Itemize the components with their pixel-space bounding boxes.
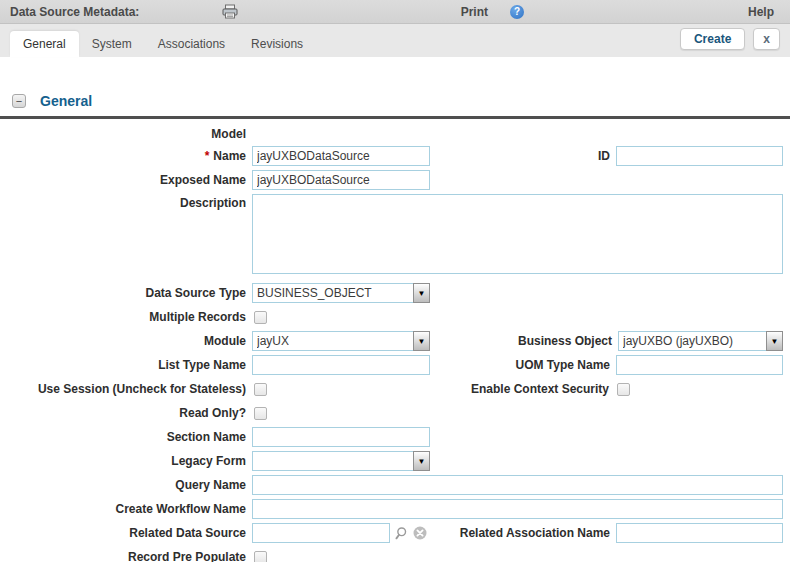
query-name-input[interactable] — [252, 475, 783, 495]
uom-type-name-input[interactable] — [616, 355, 783, 375]
related-association-name-input[interactable] — [616, 523, 783, 543]
required-marker: * — [205, 149, 210, 163]
module-select[interactable]: jayUX ▼ — [252, 331, 430, 351]
collapse-section-button[interactable]: − — [12, 94, 26, 108]
create-button[interactable]: Create — [680, 28, 745, 50]
module-label: Module — [0, 334, 246, 348]
section-name-label: Section Name — [0, 430, 246, 444]
chevron-down-icon: ▼ — [413, 283, 430, 303]
query-name-row: Query Name — [0, 475, 790, 495]
read-only-row: Read Only? — [0, 403, 790, 423]
close-button[interactable]: x — [753, 28, 780, 50]
enable-context-security-checkbox[interactable] — [617, 383, 630, 396]
section-name-input[interactable] — [252, 427, 430, 447]
description-row: Description — [0, 194, 790, 274]
legacy-form-label: Legacy Form — [0, 454, 246, 468]
chevron-down-icon: ▼ — [413, 451, 430, 471]
lookup-button[interactable] — [394, 526, 409, 541]
tab-revisions[interactable]: Revisions — [238, 31, 316, 57]
create-workflow-name-row: Create Workflow Name — [0, 499, 790, 519]
use-session-row: Use Session (Uncheck for Stateless) Enab… — [0, 379, 790, 399]
description-textarea[interactable] — [252, 194, 783, 274]
list-type-name-row: List Type Name UOM Type Name — [0, 355, 790, 375]
help-icon: ? — [510, 5, 524, 19]
multiple-records-row: Multiple Records — [0, 307, 790, 327]
use-session-label: Use Session (Uncheck for Stateless) — [0, 382, 246, 396]
exposed-name-input[interactable] — [252, 170, 430, 190]
record-pre-populate-checkbox[interactable] — [254, 551, 267, 562]
description-label: Description — [0, 196, 246, 210]
business-object-select[interactable]: jayUXBO (jayUXBO) ▼ — [618, 331, 783, 351]
tab-general[interactable]: General — [10, 31, 79, 57]
list-type-name-input[interactable] — [252, 355, 430, 375]
name-row: *Name ID — [0, 146, 790, 166]
model-label: Model — [0, 127, 246, 141]
page-title: Data Source Metadata: — [10, 5, 139, 19]
module-row: Module jayUX ▼ Business Object jayUXBO (… — [0, 331, 790, 351]
related-data-source-label: Related Data Source — [0, 526, 246, 540]
print-icon — [222, 4, 238, 19]
model-row: Model — [0, 126, 790, 142]
print-button[interactable]: Print — [222, 4, 494, 19]
tab-system[interactable]: System — [79, 31, 145, 57]
clear-button[interactable] — [413, 526, 427, 540]
exposed-name-label: Exposed Name — [0, 173, 246, 187]
uom-type-name-label: UOM Type Name — [516, 358, 610, 372]
legacy-form-row: Legacy Form ▼ — [0, 451, 790, 471]
use-session-checkbox[interactable] — [254, 383, 267, 396]
data-source-type-row: Data Source Type BUSINESS_OBJECT ▼ — [0, 283, 790, 303]
close-circle-icon — [413, 526, 427, 540]
multiple-records-label: Multiple Records — [0, 310, 246, 324]
related-association-name-label: Related Association Name — [460, 526, 610, 540]
read-only-label: Read Only? — [0, 406, 246, 420]
section-header: − General — [12, 93, 790, 109]
data-source-type-select[interactable]: BUSINESS_OBJECT ▼ — [252, 283, 430, 303]
title-bar: Data Source Metadata: Print ? Help — [0, 0, 790, 24]
id-label: ID — [598, 149, 610, 163]
multiple-records-checkbox[interactable] — [254, 311, 267, 324]
business-object-label: Business Object — [518, 334, 612, 348]
data-source-type-label: Data Source Type — [0, 286, 246, 300]
record-pre-populate-row: Record Pre Populate — [0, 547, 790, 562]
section-title: General — [40, 93, 92, 109]
section-divider — [0, 116, 790, 119]
exposed-name-row: Exposed Name — [0, 170, 790, 190]
chevron-down-icon: ▼ — [413, 331, 430, 351]
enable-context-security-label: Enable Context Security — [471, 382, 609, 396]
tab-bar: General System Associations Revisions Cr… — [0, 24, 790, 57]
id-input[interactable] — [616, 146, 783, 166]
search-icon — [394, 526, 409, 541]
name-input[interactable] — [252, 146, 430, 166]
name-label: *Name — [0, 149, 246, 163]
read-only-checkbox[interactable] — [254, 407, 267, 420]
related-data-source-row: Related Data Source Related Association … — [0, 523, 790, 543]
chevron-down-icon: ▼ — [766, 331, 783, 351]
print-label: Print — [242, 5, 488, 19]
help-button[interactable]: ? Help — [510, 5, 780, 19]
legacy-form-select[interactable]: ▼ — [252, 451, 430, 471]
related-data-source-input[interactable] — [252, 523, 390, 543]
create-workflow-name-label: Create Workflow Name — [0, 502, 246, 516]
list-type-name-label: List Type Name — [0, 358, 246, 372]
create-workflow-name-input[interactable] — [252, 499, 783, 519]
query-name-label: Query Name — [0, 478, 246, 492]
general-form: Model *Name ID Exposed Name Description … — [0, 126, 790, 562]
record-pre-populate-label: Record Pre Populate — [0, 550, 246, 562]
tab-associations[interactable]: Associations — [145, 31, 238, 57]
help-label: Help — [528, 5, 774, 19]
section-name-row: Section Name — [0, 427, 790, 447]
